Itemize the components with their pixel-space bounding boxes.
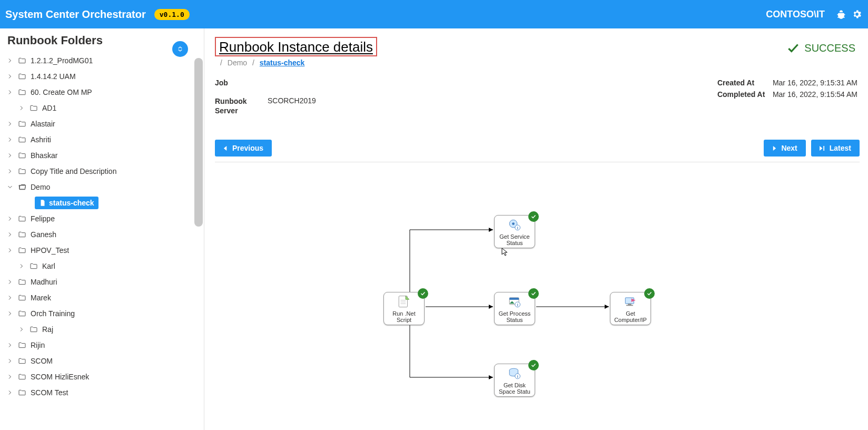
chevron-right-icon[interactable] (6, 310, 14, 317)
folder-icon (18, 135, 26, 144)
node-run-net-script[interactable]: Run .Net Script (383, 292, 425, 325)
breadcrumb-current[interactable]: status-check (260, 58, 305, 67)
sidebar-folder-item[interactable]: 1.4.14.2 UAM (3, 69, 201, 84)
sidebar-folder-item[interactable]: Ashriti (3, 132, 201, 148)
sidebar-item-label: Karl (42, 262, 55, 270)
chevron-right-icon[interactable] (18, 326, 25, 333)
bug-icon[interactable] (835, 8, 847, 20)
folder-icon (18, 214, 26, 223)
sidebar-folder-item[interactable]: Karl (3, 258, 201, 274)
computer-icon (622, 295, 639, 309)
chevron-right-icon[interactable] (6, 231, 14, 238)
chevron-right-icon[interactable] (6, 121, 14, 127)
chevron-right-icon[interactable] (18, 105, 25, 111)
chevron-right-icon[interactable] (6, 247, 14, 253)
sidebar-folder-item[interactable]: HPOV_Test (3, 242, 201, 258)
folder-icon (18, 309, 26, 318)
created-at-value: Mar 16, 2022, 9:15:31 AM (773, 79, 857, 87)
chevron-right-icon[interactable] (18, 263, 25, 269)
sidebar-item-label: Copy Title and Description (31, 167, 116, 175)
gear-icon[interactable] (851, 8, 863, 20)
node-get-process-status[interactable]: i Get Process Status (494, 292, 535, 325)
folder-icon (18, 56, 26, 65)
sidebar-item-label: Bhaskar (31, 151, 57, 160)
svg-rect-3 (823, 146, 824, 151)
chevron-right-icon[interactable] (6, 279, 14, 285)
next-button[interactable]: Next (764, 140, 805, 157)
job-label: Job (215, 79, 268, 87)
breadcrumb-parent[interactable]: Demo (228, 58, 247, 67)
folder-icon (29, 325, 38, 334)
sidebar-item-label: Rijin (31, 341, 45, 349)
sidebar-item-label: status-check (49, 199, 94, 207)
sidebar-folder-item[interactable]: Marek (3, 290, 201, 306)
folder-icon (18, 151, 26, 160)
sidebar-item-label: SCOM HizliEsnek (31, 373, 89, 381)
sidebar-folder-item[interactable]: 1.2.1.2_ProdMG01 (3, 53, 201, 69)
sidebar-folder-item[interactable]: Rijin (3, 337, 201, 353)
folder-tree: 1.2.1.2_ProdMG011.4.14.2 UAM60. Create O… (0, 51, 204, 426)
svg-point-16 (512, 223, 515, 226)
node-get-service-status[interactable]: i Get Service Status (494, 215, 535, 248)
folder-icon (18, 294, 26, 302)
folder-icon (18, 341, 26, 349)
sidebar-item-label: Felippe (31, 214, 55, 223)
sidebar-item-label: 60. Create OM MP (31, 88, 92, 96)
chevron-right-icon[interactable] (6, 342, 14, 348)
chevron-right-icon[interactable] (6, 216, 14, 222)
chevron-right-icon[interactable] (6, 57, 14, 64)
chevron-right-icon[interactable] (6, 374, 14, 380)
chevron-right-icon[interactable] (6, 89, 14, 95)
folder-icon (18, 246, 26, 255)
svg-marker-9 (605, 305, 609, 309)
latest-button[interactable]: Latest (811, 140, 860, 157)
node-get-disk-space[interactable]: i Get Disk Space Statu (494, 364, 535, 396)
sidebar-folder-item[interactable]: Ganesh (3, 227, 201, 242)
sidebar-folder-item[interactable]: Alastair (3, 116, 201, 132)
sidebar-folder-item[interactable]: 60. Create OM MP (3, 84, 201, 100)
sidebar-folder-item[interactable]: Madhuri (3, 274, 201, 290)
scrollbar-thumb[interactable] (194, 58, 203, 227)
previous-button[interactable]: Previous (215, 140, 272, 157)
sidebar-file-item[interactable]: status-check (3, 195, 201, 211)
node-get-computer-ip[interactable]: Get Computer/IP (610, 292, 651, 325)
sidebar-folder-item[interactable]: Demo (3, 179, 201, 195)
chevron-right-icon[interactable] (6, 168, 14, 174)
sidebar-folder-item[interactable]: Bhaskar (3, 148, 201, 163)
latest-button-label: Latest (830, 144, 851, 152)
chevron-down-icon[interactable] (6, 184, 14, 190)
chevron-right-icon[interactable] (6, 295, 14, 301)
chevron-right-icon[interactable] (6, 358, 14, 364)
workflow-connectors (215, 168, 860, 410)
chevron-right-icon[interactable] (6, 73, 14, 80)
status-text: SUCCESS (804, 42, 855, 54)
sidebar-folder-item[interactable]: SCOM (3, 353, 201, 369)
sidebar-folder-item[interactable]: Felippe (3, 211, 201, 227)
sidebar-folder-item[interactable]: Orch Training (3, 306, 201, 321)
workflow-canvas[interactable]: Run .Net Script i Get Service Status i G… (215, 168, 860, 410)
folder-icon (18, 357, 26, 365)
node-label: Get Process Status (499, 310, 531, 323)
file-icon (39, 199, 46, 207)
folder-icon (18, 373, 26, 381)
sidebar-folder-item[interactable]: Copy Title and Description (3, 163, 201, 179)
script-icon (396, 295, 412, 309)
completed-at-label: Completed At (717, 90, 773, 99)
sidebar-folder-item[interactable]: SCOM Test (3, 385, 201, 400)
gear-info-icon: i (506, 218, 523, 232)
node-label: Get Computer/IP (614, 310, 647, 323)
sidebar-folder-item[interactable]: SCOM HizliEsnek (3, 369, 201, 385)
sidebar-folder-item[interactable]: AD1 (3, 100, 201, 116)
user-identity: CONTOSO\IT (766, 9, 825, 20)
folder-icon (18, 88, 26, 96)
sidebar-folder-item[interactable]: Raj (3, 321, 201, 337)
chevron-right-icon[interactable] (6, 389, 14, 396)
sidebar-item-label: Alastair (31, 120, 55, 128)
collapse-sidebar-button[interactable] (172, 41, 188, 57)
sidebar-item-label: Orch Training (31, 309, 75, 318)
chevron-right-icon[interactable] (6, 136, 14, 143)
svg-text:i: i (517, 375, 518, 379)
chevron-right-icon[interactable] (6, 152, 14, 159)
folder-icon (18, 120, 26, 128)
version-badge: v0.1.0 (154, 9, 190, 20)
